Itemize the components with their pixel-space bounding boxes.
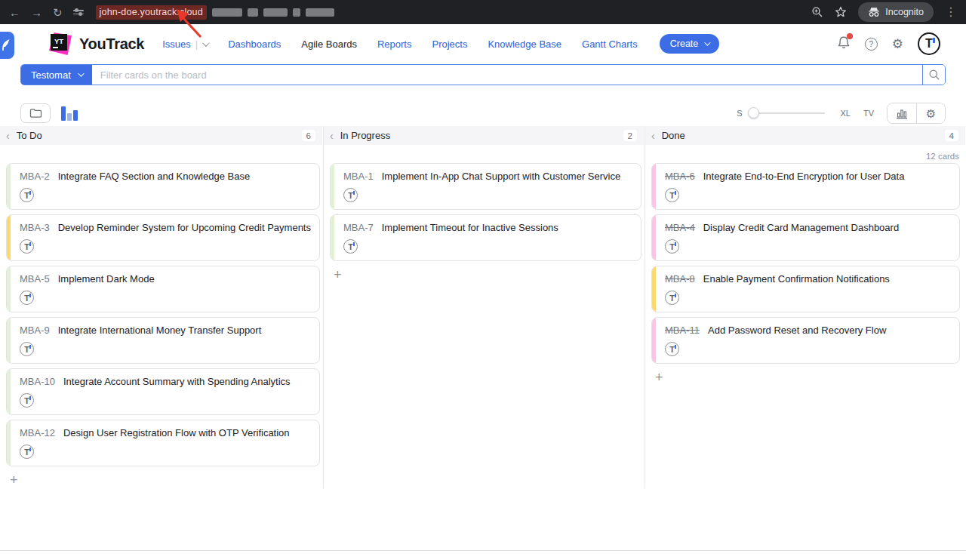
kanban-board: ‹ To Do 6 MBA-2Integrate FAQ Section and… — [0, 126, 966, 488]
project-avatar[interactable]: T — [20, 445, 34, 459]
issue-card[interactable]: MBA-9Integrate International Money Trans… — [6, 317, 320, 364]
back-icon[interactable]: ← — [9, 7, 20, 18]
column-count-badge: 6 — [302, 130, 315, 141]
project-avatar[interactable]: T — [665, 342, 679, 356]
column-title: Done — [662, 130, 685, 141]
projects-folder-button[interactable] — [20, 103, 51, 123]
help-icon[interactable]: ? — [865, 38, 878, 51]
main-nav: Issues | Dashboards Agile Boards Reports… — [162, 38, 638, 50]
nav-item-reports[interactable]: Reports — [377, 38, 412, 50]
add-card-button[interactable]: + — [654, 369, 665, 386]
browser-menu-icon[interactable]: ⋮ — [945, 6, 957, 18]
incognito-icon — [868, 7, 880, 17]
notifications-bell-icon[interactable] — [837, 35, 851, 53]
site-info-icon[interactable] — [73, 10, 84, 14]
issue-title: Add Password Reset and Recovery Flow — [708, 325, 886, 336]
user-avatar[interactable]: T — [918, 32, 940, 55]
url-text[interactable]: john-doe.youtrack.cloud — [96, 5, 207, 20]
board-settings-button[interactable]: ⚙ — [916, 103, 945, 123]
url-redacted-segment — [263, 8, 288, 17]
project-avatar[interactable]: T — [665, 188, 679, 202]
reload-icon[interactable]: ↻ — [53, 7, 63, 18]
issue-title: Enable Payment Confirmation Notification… — [703, 273, 890, 285]
card-list: MBA-6Integrate End-to-End Encryption for… — [645, 145, 966, 386]
column-header: ‹ To Do 6 — [0, 126, 322, 145]
project-avatar[interactable]: T — [343, 188, 358, 202]
chevron-down-icon[interactable] — [202, 39, 210, 47]
issue-card[interactable]: MBA-10Integrate Account Summary with Spe… — [6, 368, 320, 415]
nav-item-agile-boards[interactable]: Agile Boards — [301, 38, 357, 50]
issue-card[interactable]: MBA-8Enable Payment Confirmation Notific… — [651, 266, 960, 312]
tv-mode-button[interactable]: TV — [863, 109, 874, 118]
card-list: MBA-1Implement In-App Chat Support with … — [324, 145, 645, 283]
issue-card[interactable]: MBA-11Add Password Reset and Recovery Fl… — [651, 317, 960, 364]
filter-cards-input[interactable] — [92, 65, 922, 85]
card-color-stripe — [652, 318, 656, 363]
nav-item-gantt-charts[interactable]: Gantt Charts — [582, 38, 638, 50]
add-card-button[interactable]: + — [332, 266, 343, 283]
nav-item-knowledge-base[interactable]: Knowledge Base — [488, 38, 561, 50]
issue-id: MBA-11 — [665, 325, 700, 336]
chart-view-icon[interactable] — [61, 106, 78, 121]
project-avatar[interactable]: T — [20, 393, 34, 408]
nav-item-issues[interactable]: Issues | — [162, 38, 208, 50]
chevron-down-icon — [78, 70, 84, 76]
settings-gear-icon[interactable]: ⚙ — [892, 38, 903, 51]
chart-report-button[interactable] — [888, 103, 916, 123]
issue-id: MBA-4 — [665, 222, 695, 233]
size-max-label: XL — [840, 109, 850, 118]
issue-card[interactable]: MBA-5Implement Dark Mode T — [6, 266, 320, 312]
card-color-stripe — [7, 266, 11, 312]
issue-card[interactable]: MBA-1Implement In-App Chat Support with … — [330, 163, 641, 210]
card-color-stripe — [7, 420, 11, 466]
card-color-stripe — [7, 318, 11, 363]
issue-card[interactable]: MBA-2Integrate FAQ Section and Knowledge… — [6, 163, 320, 210]
column-count-badge: 4 — [945, 130, 958, 141]
nav-item-projects[interactable]: Projects — [432, 38, 467, 50]
card-color-stripe — [652, 164, 656, 209]
project-avatar[interactable]: T — [20, 291, 34, 305]
issue-card[interactable]: MBA-6Integrate End-to-End Encryption for… — [651, 163, 960, 210]
search-button[interactable] — [922, 65, 945, 85]
collapse-column-icon[interactable]: ‹ — [6, 131, 10, 141]
issue-id: MBA-5 — [20, 273, 50, 285]
column-title: To Do — [17, 130, 42, 141]
issue-id: MBA-10 — [20, 376, 55, 387]
slider-knob[interactable] — [748, 107, 759, 118]
youtrack-logo[interactable]: YT YouTrack — [48, 32, 144, 56]
card-color-stripe — [7, 215, 11, 260]
issue-card[interactable]: MBA-4Display Credit Card Management Dash… — [651, 214, 960, 261]
issue-id: MBA-1 — [343, 171, 374, 182]
issue-card[interactable]: MBA-12Design User Registration Flow with… — [6, 420, 320, 466]
issue-title: Display Credit Card Management Dashboard — [703, 222, 899, 233]
zoom-icon[interactable] — [811, 6, 823, 18]
issue-title: Integrate Account Summary with Spending … — [63, 376, 291, 387]
incognito-label: Incognito — [885, 7, 924, 17]
forward-icon[interactable]: → — [31, 7, 42, 18]
address-bar[interactable]: john-doe.youtrack.cloud — [94, 5, 801, 20]
add-card-button[interactable]: + — [8, 472, 20, 488]
collapse-column-icon[interactable]: ‹ — [330, 131, 334, 141]
column-header: ‹ In Progress 2 — [324, 126, 644, 145]
issue-card[interactable]: MBA-3Develop Reminder System for Upcomin… — [6, 214, 320, 261]
create-button[interactable]: Create — [660, 34, 720, 54]
project-avatar[interactable]: T — [20, 188, 34, 202]
nav-item-dashboards[interactable]: Dashboards — [228, 38, 281, 50]
bookmark-star-icon[interactable] — [835, 6, 847, 18]
collapse-column-icon[interactable]: ‹ — [651, 131, 655, 141]
card-size-slider[interactable] — [749, 112, 825, 114]
project-avatar[interactable]: T — [20, 342, 34, 356]
project-avatar[interactable]: T — [665, 291, 679, 305]
column-in-progress: ‹ In Progress 2 MBA-1Implement In-App Ch… — [324, 126, 645, 488]
issue-id: MBA-8 — [665, 273, 695, 285]
issue-id: MBA-7 — [343, 222, 374, 233]
project-avatar[interactable]: T — [20, 239, 34, 254]
issue-card[interactable]: MBA-7Implement Timeout for Inactive Sess… — [330, 214, 641, 261]
project-avatar[interactable]: T — [665, 239, 679, 254]
total-cards-label: 12 cards — [926, 152, 959, 161]
extension-feather-icon[interactable] — [0, 32, 14, 59]
board-selector-button[interactable]: Testomat — [21, 65, 92, 85]
board-view-buttons: ⚙ — [887, 103, 946, 124]
issue-id: MBA-9 — [20, 325, 50, 336]
project-avatar[interactable]: T — [343, 239, 358, 254]
